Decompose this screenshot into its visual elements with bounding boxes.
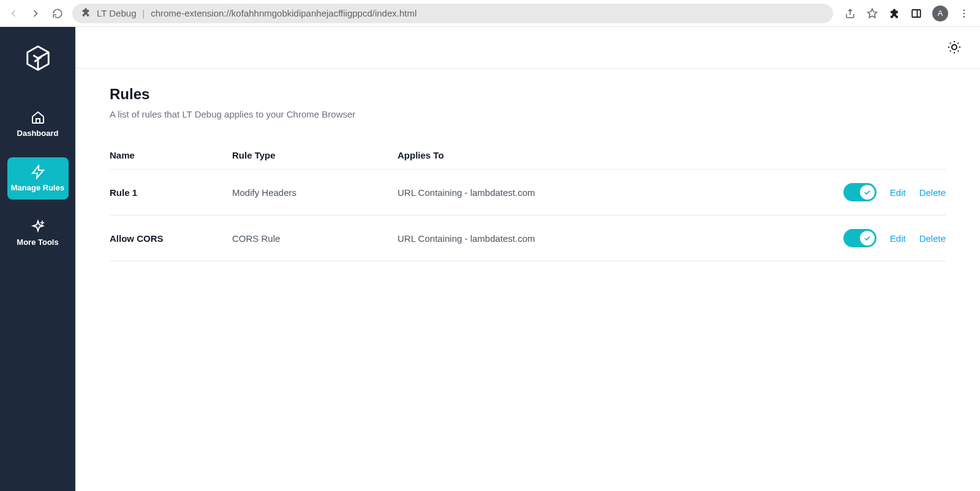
back-button[interactable] [6, 6, 21, 21]
check-icon [860, 231, 875, 246]
rules-table: Name Rule Type Applies To Rule 1 Modify … [110, 150, 946, 261]
extension-icon [81, 7, 91, 19]
page-title: Rules [110, 86, 946, 103]
sidebar-item-label: More Tools [17, 238, 58, 247]
rule-toggle[interactable] [843, 229, 876, 247]
extension-name: LT Debug [97, 8, 137, 18]
sidebar-item-dashboard[interactable]: Dashboard [7, 103, 69, 145]
delete-button[interactable]: Delete [919, 187, 946, 198]
address-bar[interactable]: LT Debug | chrome-extension://kofahhnmgo… [72, 4, 833, 23]
bookmark-star-icon[interactable] [866, 7, 878, 20]
delete-button[interactable]: Delete [919, 233, 946, 244]
chrome-actions: A [840, 6, 974, 21]
bolt-icon [31, 165, 45, 179]
home-icon [31, 110, 45, 125]
col-applies: Applies To [398, 150, 817, 160]
svg-line-15 [958, 42, 959, 43]
sidebar-item-manage-rules[interactable]: Manage Rules [7, 157, 69, 200]
edit-button[interactable]: Edit [890, 233, 906, 244]
edit-button[interactable]: Edit [890, 187, 906, 198]
menu-icon[interactable] [958, 7, 970, 20]
sidebar-item-label: Dashboard [17, 129, 59, 138]
svg-line-10 [950, 42, 951, 43]
sidebar-item-more-tools[interactable]: More Tools [7, 212, 69, 254]
svg-point-5 [963, 15, 965, 17]
browser-toolbar: LT Debug | chrome-extension://kofahhnmgo… [0, 0, 980, 27]
theme-toggle-icon[interactable] [947, 40, 963, 56]
sidebar: Dashboard Manage Rules More Tools [0, 27, 75, 491]
main-area: Rules A list of rules that LT Debug appl… [75, 27, 980, 491]
sparkle-icon [31, 219, 45, 234]
svg-point-7 [952, 45, 957, 50]
table-row: Allow CORS CORS Rule URL Containing - la… [110, 216, 946, 261]
page-description: A list of rules that LT Debug applies to… [110, 109, 946, 119]
svg-line-14 [950, 50, 951, 51]
reload-button[interactable] [50, 6, 65, 21]
avatar-initial: A [938, 9, 943, 18]
col-type: Rule Type [232, 150, 398, 160]
rule-type: Modify Headers [232, 187, 398, 198]
rule-toggle[interactable] [843, 183, 876, 201]
rule-applies: URL Containing - lambdatest.com [398, 187, 817, 198]
table-row: Rule 1 Modify Headers URL Containing - l… [110, 170, 946, 216]
sidebar-item-label: Manage Rules [11, 183, 64, 192]
address-separator: | [143, 9, 145, 18]
url-text: chrome-extension://kofahhnmgobkidipanhej… [151, 8, 417, 18]
top-bar [75, 27, 980, 69]
svg-marker-0 [868, 9, 877, 17]
rule-applies: URL Containing - lambdatest.com [398, 233, 817, 244]
svg-line-11 [958, 50, 959, 51]
svg-point-4 [963, 12, 965, 14]
table-header: Name Rule Type Applies To [110, 150, 946, 170]
col-name: Name [110, 150, 232, 160]
rule-name: Allow CORS [110, 233, 232, 244]
profile-avatar[interactable]: A [932, 6, 948, 21]
svg-rect-1 [912, 10, 921, 17]
svg-marker-6 [32, 166, 43, 178]
app-logo [24, 44, 52, 72]
side-panel-icon[interactable] [910, 7, 922, 20]
rule-name: Rule 1 [110, 187, 232, 198]
svg-point-3 [963, 9, 965, 11]
extensions-icon[interactable] [888, 7, 900, 20]
forward-button[interactable] [28, 6, 43, 21]
check-icon [860, 185, 875, 200]
rule-type: CORS Rule [232, 233, 398, 244]
share-icon[interactable] [844, 7, 856, 20]
